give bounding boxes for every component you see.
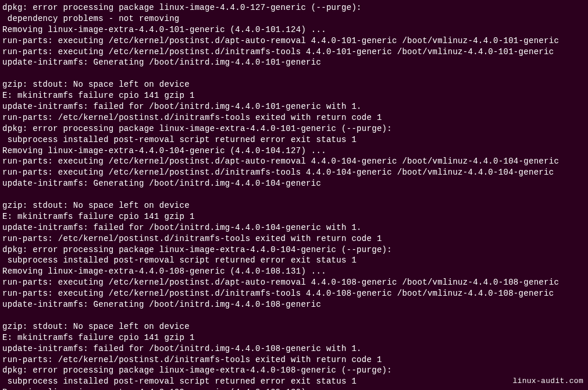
terminal-line: dpkg: error processing package linux-ima…: [2, 123, 588, 134]
terminal-line: dpkg: error processing package linux-ima…: [2, 2, 588, 13]
terminal-line: update-initramfs: failed for /boot/initr…: [2, 101, 588, 112]
terminal-line: run-parts: /etc/kernel/postinst.d/initra…: [2, 233, 588, 244]
terminal-line: run-parts: executing /etc/kernel/postins…: [2, 288, 588, 299]
terminal-line: E: mkinitramfs failure cpio 141 gzip 1: [2, 332, 588, 343]
terminal-line: gzip: stdout: No space left on device: [2, 321, 588, 332]
terminal-line: subprocess installed post-removal script…: [2, 376, 588, 387]
watermark-text: linux-audit.com: [512, 376, 583, 387]
terminal-line: run-parts: executing /etc/kernel/postins…: [2, 277, 588, 288]
terminal-line: Removing linux-image-extra-4.4.0-104-gen…: [2, 146, 588, 157]
terminal-line: run-parts: executing /etc/kernel/postins…: [2, 167, 588, 178]
terminal-line: update-initramfs: Generating /boot/initr…: [2, 178, 588, 189]
terminal-line: run-parts: /etc/kernel/postinst.d/initra…: [2, 112, 588, 123]
terminal-line: run-parts: executing /etc/kernel/postins…: [2, 47, 588, 58]
terminal-line: update-initramfs: failed for /boot/initr…: [2, 343, 588, 354]
terminal-line: [2, 310, 588, 321]
terminal-line: run-parts: executing /etc/kernel/postins…: [2, 36, 588, 47]
terminal-output: dpkg: error processing package linux-ima…: [2, 2, 588, 390]
terminal-line: gzip: stdout: No space left on device: [2, 79, 588, 90]
terminal-line: dpkg: error processing package linux-ima…: [2, 365, 588, 376]
terminal-line: dpkg: error processing package linux-ima…: [2, 244, 588, 256]
terminal-line: subprocess installed post-removal script…: [2, 255, 588, 266]
terminal-line: update-initramfs: Generating /boot/initr…: [2, 299, 588, 310]
terminal-line: dependency problems - not removing: [2, 13, 588, 24]
terminal-line: update-initramfs: failed for /boot/initr…: [2, 222, 588, 233]
terminal-line: E: mkinitramfs failure cpio 141 gzip 1: [2, 211, 588, 222]
terminal-line: E: mkinitramfs failure cpio 141 gzip 1: [2, 90, 588, 101]
terminal-line: subprocess installed post-removal script…: [2, 134, 588, 146]
terminal-line: Removing linux-image-extra-4.4.0-101-gen…: [2, 24, 588, 36]
terminal-line: [2, 68, 588, 79]
terminal-line: Removing linux-image-extra-4.4.0-108-gen…: [2, 266, 588, 277]
terminal-line: gzip: stdout: No space left on device: [2, 200, 588, 211]
terminal-line: run-parts: executing /etc/kernel/postins…: [2, 156, 588, 167]
terminal-line: [2, 189, 588, 200]
terminal-line: Removing linux-image-extra-4.4.0-109-gen…: [2, 387, 588, 390]
terminal-line: update-initramfs: Generating /boot/initr…: [2, 57, 588, 68]
terminal-line: run-parts: /etc/kernel/postinst.d/initra…: [2, 354, 588, 366]
